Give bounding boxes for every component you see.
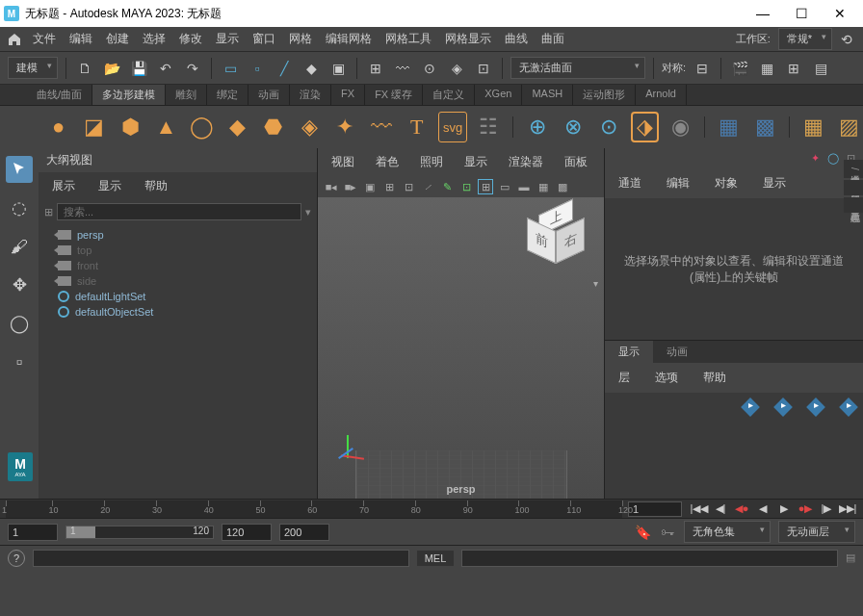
shelf-polycube-icon[interactable]: ◪	[80, 112, 108, 142]
shelf-grid1-icon[interactable]: ▦	[715, 112, 743, 142]
key-forward-button[interactable]: ●▶	[796, 501, 815, 517]
select-face-icon[interactable]: ◆	[301, 58, 322, 79]
menu-9[interactable]: 网格工具	[379, 28, 437, 50]
shelf-polysphere-icon[interactable]: ●	[44, 112, 72, 142]
shelf-mirror-icon[interactable]: ⬗	[631, 112, 660, 142]
shelf-polyhelix-icon[interactable]: 〰	[367, 112, 395, 142]
view-cube[interactable]: 上 前 右	[525, 211, 587, 272]
snap-point-icon[interactable]: ⊙	[419, 58, 440, 79]
outliner-item-front[interactable]: front	[39, 258, 317, 273]
range-start-field[interactable]	[8, 524, 58, 541]
menu-7[interactable]: 网格	[283, 28, 318, 50]
side-tab-modeling-kit[interactable]: 建模工具包	[844, 197, 863, 213]
workspace-dropdown[interactable]: 常规*	[778, 28, 832, 50]
range-end-field[interactable]	[222, 524, 272, 541]
layer-menu-layers[interactable]: 层	[613, 367, 636, 389]
open-scene-icon[interactable]: 📂	[101, 58, 122, 79]
vp-cam-select-icon[interactable]: ■◂	[324, 179, 339, 194]
layer-tab-anim[interactable]: 动画	[653, 341, 701, 363]
cube-compass-icon[interactable]: ▾	[593, 278, 598, 289]
shelf-extrude-icon[interactable]: ▦	[799, 112, 827, 142]
render-icon[interactable]: 🎬	[729, 58, 750, 79]
shelf-tab-6[interactable]: FX	[331, 85, 365, 105]
vp-smooth-icon[interactable]: ▭	[497, 179, 512, 194]
outliner-menu-help[interactable]: 帮助	[139, 175, 173, 197]
shelf-platonic-icon[interactable]: ◈	[296, 112, 324, 142]
shelf-tab-4[interactable]: 动画	[248, 85, 290, 105]
outliner-menu-show[interactable]: 展示	[46, 175, 81, 197]
snap-live-icon[interactable]: ⊡	[473, 58, 494, 79]
shelf-center-icon[interactable]: ⊙	[594, 112, 622, 142]
search-clear-icon[interactable]: ▾	[305, 206, 311, 218]
snap-grid-icon[interactable]: ⊞	[365, 58, 386, 79]
outliner-item-persp[interactable]: persp	[39, 227, 317, 243]
mel-label[interactable]: MEL	[417, 551, 455, 566]
shelf-polycone-icon[interactable]: ▲	[152, 112, 180, 142]
vp-flat-icon[interactable]: ▬	[516, 179, 532, 194]
vp-isolate-icon[interactable]: ✎	[439, 179, 455, 194]
save-scene-icon[interactable]: 💾	[128, 58, 149, 79]
key-icon-4[interactable]	[839, 398, 858, 417]
side-tab-channelbox[interactable]: 通道盒/层编辑器	[844, 160, 863, 178]
menu-10[interactable]: 网格显示	[439, 28, 497, 50]
anim-layer-dropdown[interactable]: 无动画层	[778, 521, 855, 543]
shelf-tab-0[interactable]: 曲线/曲面	[27, 85, 92, 105]
vp-menu-renderer[interactable]: 渲染器	[503, 151, 549, 173]
key-back-button[interactable]: ◀●	[732, 501, 751, 517]
shelf-pivot-icon[interactable]: ⊕	[523, 112, 551, 142]
shelf-tab-9[interactable]: XGen	[475, 85, 522, 105]
home-icon[interactable]	[6, 31, 23, 48]
vp-xray-icon[interactable]: ⊡	[458, 179, 474, 194]
rp-tab-channels[interactable]: 通道	[613, 172, 647, 194]
command-input[interactable]	[33, 550, 409, 567]
snap-plane-icon[interactable]: ◈	[446, 58, 467, 79]
vp-menu-shading[interactable]: 着色	[370, 151, 405, 173]
time-slider-track[interactable]: 1102030405060708090100110120	[6, 500, 622, 518]
shelf-tab-11[interactable]: 运动图形	[573, 85, 636, 105]
shelf-polytype-icon[interactable]: T	[403, 112, 431, 142]
key-icon-3[interactable]	[806, 398, 825, 417]
vp-tex-icon[interactable]: ▦	[536, 179, 551, 194]
rp-tab-show[interactable]: 显示	[757, 172, 792, 194]
live-surface-dropdown[interactable]: 无激活曲面	[510, 57, 645, 79]
panel-toggle-icon[interactable]: ▤	[810, 58, 831, 79]
move-tool[interactable]: ✥	[6, 271, 33, 298]
menu-1[interactable]: 编辑	[64, 28, 98, 50]
select-mode-icon[interactable]: ▭	[220, 58, 241, 79]
play-forward-button[interactable]: ▶	[774, 501, 794, 517]
menu-11[interactable]: 曲线	[499, 28, 534, 50]
menu-5[interactable]: 显示	[210, 28, 245, 50]
vp-image-plane-icon[interactable]: ▣	[362, 179, 378, 194]
range-slider[interactable]: 1 120	[65, 526, 214, 539]
layer-menu-help[interactable]: 帮助	[697, 367, 732, 389]
menu-3[interactable]: 选择	[137, 28, 171, 50]
vp-menu-panels[interactable]: 面板	[559, 151, 593, 173]
outliner-search-input[interactable]	[57, 203, 301, 220]
outliner-menu-display[interactable]: 显示	[92, 175, 127, 197]
undo-icon[interactable]: ↶	[155, 58, 176, 79]
vp-grid-icon[interactable]: ⊞	[381, 179, 397, 194]
shelf-grid2-icon[interactable]: ▩	[750, 112, 778, 142]
outliner-item-top[interactable]: top	[39, 243, 317, 258]
shelf-tab-12[interactable]: Arnold	[636, 85, 687, 105]
select-object-icon[interactable]: ▣	[327, 58, 349, 79]
step-forward-button[interactable]: |▶	[817, 501, 836, 517]
vp-menu-lighting[interactable]: 照明	[414, 151, 449, 173]
current-frame-field[interactable]: 1	[628, 501, 682, 517]
layer-menu-options[interactable]: 选项	[649, 367, 684, 389]
rp-tab-edit[interactable]: 编辑	[661, 172, 695, 194]
vp-menu-show[interactable]: 显示	[458, 151, 493, 173]
side-tab-attr-editor[interactable]: 属性编辑器	[844, 180, 863, 195]
go-end-button[interactable]: ▶▶|	[838, 501, 857, 517]
viewport-canvas[interactable]: 上 前 右 ▾ persp	[318, 197, 604, 499]
menu-2[interactable]: 创建	[100, 28, 135, 50]
shelf-sweep-icon[interactable]: ☷	[475, 112, 503, 142]
new-scene-icon[interactable]: 🗋	[74, 58, 95, 79]
auto-key-button[interactable]: 🗝	[659, 524, 676, 541]
shelf-tab-10[interactable]: MASH	[522, 85, 573, 105]
layout-icon[interactable]: ⊞	[783, 58, 804, 79]
vp-gate-icon[interactable]: ⊡	[401, 179, 416, 194]
script-editor-icon[interactable]: ▤	[846, 552, 855, 564]
shelf-polysuper-icon[interactable]: ✦	[331, 112, 359, 142]
workspace-reset-icon[interactable]: ⟲	[836, 29, 857, 50]
